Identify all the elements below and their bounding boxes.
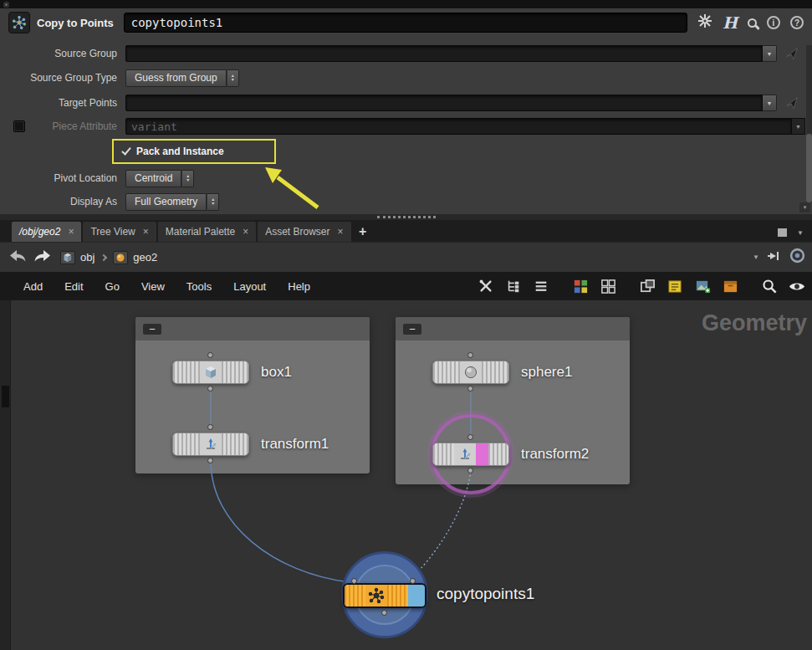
node-input-connector[interactable] — [467, 352, 473, 358]
menu-edit[interactable]: Edit — [64, 280, 83, 293]
param-corner-dropdown-icon[interactable]: ▾ — [799, 202, 810, 212]
collapse-box-button[interactable]: − — [143, 324, 161, 335]
node-grip[interactable] — [222, 433, 248, 455]
gear-icon[interactable] — [697, 13, 712, 32]
node-flag-segment[interactable] — [408, 585, 425, 606]
tab-close-icon[interactable]: × — [68, 226, 74, 238]
color-palette-icon[interactable] — [572, 278, 589, 294]
path-segment-obj[interactable]: obj — [80, 251, 94, 264]
search-icon[interactable] — [748, 18, 757, 28]
path-segment-geo2[interactable]: geo2 — [133, 251, 157, 264]
pane-menu-dropdown-icon[interactable]: ▼ — [797, 229, 804, 237]
shape-palette-icon[interactable] — [600, 278, 616, 294]
back-button[interactable] — [8, 249, 27, 266]
network-box-1[interactable]: − — [135, 317, 370, 473]
tools-wrench-icon[interactable] — [477, 278, 494, 294]
pane-divider[interactable] — [0, 214, 812, 220]
menu-help[interactable]: Help — [288, 280, 310, 293]
piece-attribute-input[interactable] — [125, 118, 792, 135]
pivot-location-combo[interactable]: Centroid ▴ ▾ — [125, 170, 194, 187]
tree-view-icon[interactable] — [505, 278, 522, 294]
menu-layout[interactable]: Layout — [233, 280, 266, 293]
target-points-input[interactable] — [125, 95, 763, 111]
node-input-connector[interactable] — [207, 424, 213, 430]
spinner-icon[interactable]: ▴ ▾ — [181, 170, 194, 187]
forward-button[interactable] — [33, 249, 52, 266]
node-input-connector[interactable] — [351, 578, 357, 584]
node-transform2[interactable] — [432, 443, 509, 466]
tab-close-icon[interactable]: × — [243, 226, 248, 238]
info-icon[interactable]: i — [767, 16, 780, 29]
node-output-connector[interactable] — [207, 458, 213, 463]
menu-add[interactable]: Add — [23, 280, 43, 293]
list-view-icon[interactable] — [533, 278, 549, 294]
menu-go[interactable]: Go — [105, 280, 120, 293]
pane-divider-handle[interactable] — [377, 216, 436, 218]
maximize-pane-icon[interactable] — [778, 228, 787, 237]
zoom-icon[interactable] — [761, 278, 778, 294]
network-editor[interactable]: Geometry − − box1 transfo — [0, 300, 812, 650]
node-output-connector[interactable] — [207, 386, 213, 392]
node-grip[interactable] — [387, 585, 408, 606]
node-grip[interactable] — [173, 433, 200, 455]
param-scrollbar-thumb[interactable] — [806, 134, 812, 202]
menu-view[interactable]: View — [141, 280, 165, 293]
node-grip[interactable] — [345, 585, 365, 606]
copytopoints-op-icon[interactable] — [8, 12, 30, 33]
display-as-combo[interactable]: Full Geometry ▴ ▾ — [125, 193, 219, 211]
node-input-connector[interactable] — [467, 434, 473, 440]
tab-asset-browser[interactable]: Asset Browser × — [258, 222, 350, 242]
spinner-icon[interactable]: ▴ ▾ — [207, 193, 219, 211]
node-grip[interactable] — [433, 361, 460, 383]
tab-close-icon[interactable]: × — [143, 226, 149, 238]
houdini-help-icon[interactable]: H — [723, 13, 738, 32]
source-group-select-button[interactable] — [777, 47, 805, 61]
node-output-connector[interactable] — [467, 468, 473, 473]
node-input-connector[interactable] — [410, 578, 416, 584]
node-sphere1[interactable] — [432, 361, 509, 384]
tab-tree-view[interactable]: Tree View × — [83, 222, 156, 242]
spinner-icon[interactable]: ▴ ▾ — [227, 69, 239, 87]
piece-attribute-checkbox[interactable] — [13, 120, 25, 132]
node-flag-segment[interactable] — [476, 443, 488, 465]
radial-menu-icon[interactable] — [789, 248, 805, 267]
source-group-input[interactable] — [125, 45, 763, 62]
network-path-field[interactable]: obj geo2 ▼ — [60, 247, 766, 269]
pack-and-instance-label[interactable]: Pack and Instance — [136, 146, 224, 157]
menu-tools[interactable]: Tools — [186, 280, 212, 293]
tab-close-icon[interactable]: × — [338, 226, 344, 238]
window-menu-icon[interactable] — [3, 2, 9, 8]
help-icon[interactable]: ? — [790, 16, 804, 29]
shelf-box-icon[interactable] — [722, 278, 738, 294]
tab-obj-geo2[interactable]: /obj/geo2 × — [12, 222, 81, 242]
source-group-type-combo[interactable]: Guess from Group ▴ ▾ — [125, 69, 239, 87]
network-box-header[interactable]: − — [396, 317, 630, 340]
collapse-box-button[interactable]: − — [403, 324, 421, 335]
node-grip[interactable] — [222, 361, 248, 383]
target-points-dropdown-icon[interactable]: ▼ — [763, 95, 777, 111]
node-output-connector[interactable] — [381, 610, 387, 616]
node-input-connector[interactable] — [207, 352, 213, 358]
node-transform1[interactable] — [172, 432, 249, 456]
pin-pane-icon[interactable] — [766, 249, 781, 266]
node-grip[interactable] — [488, 443, 509, 465]
new-tab-button[interactable]: + — [353, 222, 373, 242]
piece-attribute-dropdown-icon[interactable]: ▼ — [792, 118, 805, 135]
node-grip[interactable] — [433, 443, 454, 465]
source-group-dropdown-icon[interactable]: ▼ — [763, 45, 777, 62]
node-grip[interactable] — [173, 361, 200, 383]
sticky-notes-icon[interactable] — [666, 278, 683, 294]
image-plane-icon[interactable] — [694, 278, 711, 294]
target-points-select-button[interactable] — [777, 96, 805, 110]
node-grip[interactable] — [482, 361, 508, 383]
node-copytopoints1[interactable] — [343, 583, 426, 608]
network-box-header[interactable]: − — [135, 317, 370, 340]
visibility-eye-icon[interactable] — [789, 278, 805, 294]
path-dropdown-icon[interactable]: ▼ — [753, 253, 766, 261]
tab-material-palette[interactable]: Material Palette × — [158, 222, 256, 242]
panes-layout-icon[interactable] — [639, 278, 656, 294]
node-box1[interactable] — [172, 361, 249, 384]
checkmark-icon[interactable] — [121, 145, 131, 155]
node-name-input[interactable] — [124, 13, 687, 33]
node-output-connector[interactable] — [467, 386, 473, 392]
